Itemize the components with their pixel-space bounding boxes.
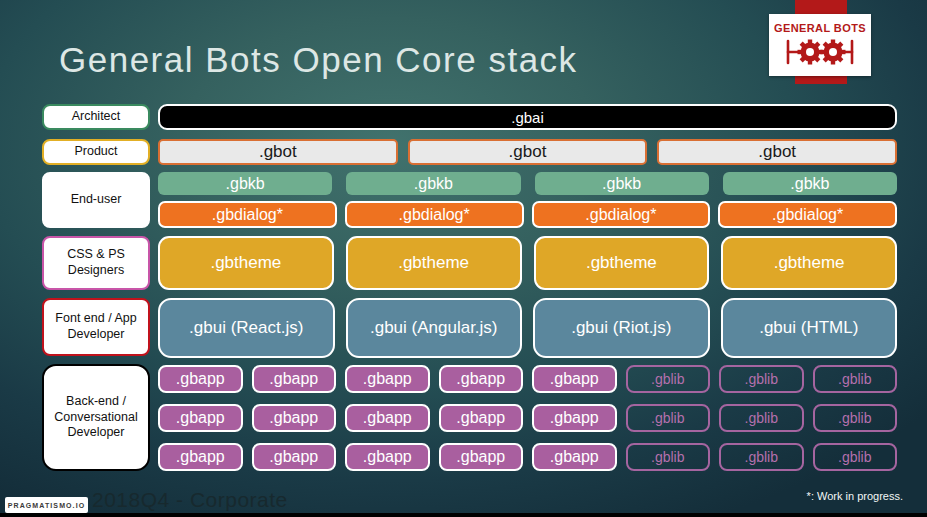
row-gbtheme: .gbtheme .gbtheme .gbtheme .gbtheme xyxy=(158,236,897,290)
row-gbapp-3: .gbapp .gbapp .gbapp .gbapp .gbapp .gbli… xyxy=(158,443,897,471)
gbapp-box: .gbapp xyxy=(158,365,243,393)
gbapp-box: .gbapp xyxy=(345,365,430,393)
role-label-css-ps-designers: CSS & PS Designers xyxy=(42,236,150,290)
page-title: General Bots Open Core stack xyxy=(59,40,578,80)
row-gbot: .gbot .gbot .gbot xyxy=(158,139,897,165)
row-gbapp-1: .gbapp .gbapp .gbapp .gbapp .gbapp .gbli… xyxy=(158,365,897,393)
gbapp-box: .gbapp xyxy=(532,443,617,471)
gblib-box: .gblib xyxy=(626,443,711,471)
gblib-box: .gblib xyxy=(719,365,804,393)
logo-brand-text: GENERAL BOTS xyxy=(774,22,866,34)
gblib-box: .gblib xyxy=(813,365,898,393)
gblib-box: .gblib xyxy=(719,404,804,432)
gbapp-box: .gbapp xyxy=(158,404,243,432)
slide: General Bots Open Core stack GENERAL BOT… xyxy=(0,0,927,517)
gbot-box: .gbot xyxy=(408,139,648,165)
work-in-progress-note: *: Work in progress. xyxy=(807,490,903,502)
gbdialog-box: .gbdialog* xyxy=(345,201,524,228)
row-gbkb: .gbkb .gbkb .gbkb .gbkb xyxy=(158,172,897,195)
slide-footer-label: 2018Q4 - Corporate xyxy=(92,488,288,512)
row-gbapp-2: .gbapp .gbapp .gbapp .gbapp .gbapp .gbli… xyxy=(158,404,897,432)
gbtheme-box: .gbtheme xyxy=(534,236,710,290)
gears-icon xyxy=(782,35,858,69)
gbtheme-box: .gbtheme xyxy=(721,236,897,290)
row-gbdialog: .gbdialog* .gbdialog* .gbdialog* .gbdial… xyxy=(158,201,897,228)
gbapp-box: .gbapp xyxy=(439,404,524,432)
gbdialog-box: .gbdialog* xyxy=(718,201,897,228)
role-label-end-user: End-user xyxy=(42,172,150,228)
gbui-html-box: .gbui (HTML) xyxy=(721,298,898,358)
gbui-angular-box: .gbui (Angular.js) xyxy=(346,298,523,358)
gbapp-box: .gbapp xyxy=(252,365,337,393)
logo: GENERAL BOTS xyxy=(769,14,871,76)
gbapp-box: .gbapp xyxy=(345,443,430,471)
gbapp-box: .gbapp xyxy=(439,443,524,471)
role-label-architect: Architect xyxy=(42,104,150,130)
gbapp-box: .gbapp xyxy=(345,404,430,432)
gblib-box: .gblib xyxy=(626,365,711,393)
role-label-product: Product xyxy=(42,139,150,165)
gbdialog-box: .gbdialog* xyxy=(158,201,337,228)
gblib-box: .gblib xyxy=(626,404,711,432)
gbkb-box: .gbkb xyxy=(158,172,332,195)
role-label-front-end-developer: Font end / App Developer xyxy=(42,298,150,356)
gbapp-box: .gbapp xyxy=(252,443,337,471)
pragmatismo-brand-chip: PRAGMATISMO.IO xyxy=(5,497,88,513)
gbot-box: .gbot xyxy=(158,139,398,165)
role-label-back-end-developer: Back-end / Conversational Developer xyxy=(42,364,150,471)
gbapp-box: .gbapp xyxy=(439,365,524,393)
gbui-react-box: .gbui (React.js) xyxy=(158,298,335,358)
row-gbui: .gbui (React.js) .gbui (Angular.js) .gbu… xyxy=(158,298,897,358)
bottom-bar xyxy=(0,513,927,517)
gbot-box: .gbot xyxy=(657,139,897,165)
row-gbai: .gbai xyxy=(158,104,897,130)
gbapp-box: .gbapp xyxy=(532,404,617,432)
gblib-box: .gblib xyxy=(813,443,898,471)
gbdialog-box: .gbdialog* xyxy=(532,201,711,228)
gbui-riot-box: .gbui (Riot.js) xyxy=(533,298,710,358)
gblib-box: .gblib xyxy=(813,404,898,432)
gbapp-box: .gbapp xyxy=(252,404,337,432)
gbkb-box: .gbkb xyxy=(346,172,520,195)
gblib-box: .gblib xyxy=(719,443,804,471)
gbkb-box: .gbkb xyxy=(535,172,709,195)
gbapp-box: .gbapp xyxy=(532,365,617,393)
gbai-box: .gbai xyxy=(158,104,897,130)
gbapp-box: .gbapp xyxy=(158,443,243,471)
gbtheme-box: .gbtheme xyxy=(158,236,334,290)
gbtheme-box: .gbtheme xyxy=(346,236,522,290)
gbkb-box: .gbkb xyxy=(723,172,897,195)
